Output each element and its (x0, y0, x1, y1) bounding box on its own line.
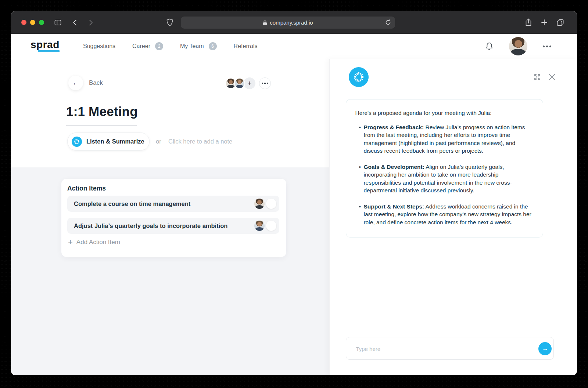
minimize-window-button[interactable] (30, 20, 35, 25)
participant-avatar-manager[interactable] (234, 78, 245, 89)
traffic-lights (21, 20, 44, 25)
nav-item-suggestions[interactable]: Suggestions (83, 43, 115, 50)
close-window-button[interactable] (21, 20, 26, 25)
assignee-avatar (254, 221, 265, 231)
action-item-row[interactable]: Adjust Julia’s quarterly goals to incorp… (67, 218, 279, 234)
my-team-count-badge: 6 (209, 42, 217, 50)
action-item-row[interactable]: Complete a course on time management (67, 196, 279, 212)
assistant-intro: Here's a proposed agenda for your meetin… (355, 109, 533, 117)
close-panel-icon[interactable] (547, 72, 557, 82)
back-button[interactable]: ← (68, 76, 83, 90)
ai-swirl-icon (72, 137, 82, 147)
nav-item-career[interactable]: Career 2 (132, 42, 163, 50)
address-bar[interactable]: company.sprad.io (181, 17, 395, 29)
action-item-text: Complete a course on time management (74, 200, 254, 207)
forward-nav-icon[interactable] (86, 18, 95, 27)
url-text: company.sprad.io (270, 19, 313, 26)
career-count-badge: 2 (155, 42, 163, 50)
agenda-item: Goals & Development: Align on Julia’s qu… (359, 163, 533, 195)
chat-input-container: → (346, 337, 554, 360)
user-avatar[interactable] (509, 37, 527, 55)
sidebar-icon[interactable] (54, 18, 62, 27)
add-note-placeholder[interactable]: Click here to add a note (168, 133, 232, 151)
app-logo-text: sprad (31, 39, 60, 50)
assistant-message: Here's a proposed agenda for your meetin… (346, 99, 543, 237)
back-arrow-icon: ← (72, 79, 79, 87)
back-label: Back (89, 76, 103, 90)
meeting-main: ← Back + 1:1 Meeting Listen & Summarize … (11, 59, 329, 375)
agenda-item-lead: Progress & Feedback: (363, 124, 424, 130)
action-item-text: Adjust Julia’s quarterly goals to incorp… (74, 222, 254, 229)
action-items-title: Action Items (67, 185, 106, 192)
app-logo[interactable]: sprad (31, 39, 60, 51)
app-navbar: sprad Suggestions Career 2 My Team 6 Ref… (11, 34, 577, 59)
action-items-card: Action Items Complete a course on time m… (61, 179, 286, 257)
agenda-list: Progress & Feedback: Review Julia’s prog… (355, 123, 533, 226)
nav-item-label: Referrals (234, 43, 258, 50)
agenda-item-lead: Support & Next Steps: (363, 203, 424, 210)
agenda-item-lead: Goals & Development: (363, 164, 424, 170)
browser-chrome: company.sprad.io (11, 11, 577, 34)
title-underline (66, 125, 137, 126)
assistant-logo-icon (349, 67, 369, 87)
chat-input[interactable] (355, 337, 529, 360)
meeting-more-button[interactable] (259, 77, 271, 89)
listen-summarize-label: Listen & Summarize (86, 138, 144, 145)
nav-items: Suggestions Career 2 My Team 6 Referrals (83, 34, 257, 59)
or-text: or (156, 133, 161, 151)
zoom-window-button[interactable] (39, 20, 44, 25)
complete-toggle[interactable] (266, 221, 276, 231)
browser-window: company.sprad.io sprad Suggestions (11, 11, 577, 375)
notifications-bell-icon[interactable] (484, 41, 494, 51)
agenda-item: Support & Next Steps: Address workload c… (359, 203, 533, 226)
add-participant-button[interactable]: + (244, 77, 255, 89)
listen-summarize-button[interactable]: Listen & Summarize (67, 133, 150, 151)
nav-item-label: Suggestions (83, 43, 115, 50)
navbar-right (484, 34, 552, 59)
agenda-item: Progress & Feedback: Review Julia’s prog… (359, 123, 533, 155)
navbar-more-icon[interactable] (542, 46, 552, 47)
chrome-actions (524, 18, 564, 27)
nav-item-label: My Team (180, 43, 204, 50)
lock-icon (263, 20, 267, 25)
refresh-icon[interactable] (385, 19, 391, 27)
share-icon[interactable] (524, 18, 533, 27)
nav-item-label: Career (132, 43, 150, 50)
complete-toggle[interactable] (266, 199, 276, 209)
tab-overview-icon[interactable] (556, 18, 564, 27)
logo-underline (38, 50, 59, 52)
add-action-item-button[interactable]: + Add Action Item (68, 238, 120, 246)
privacy-shield-icon[interactable] (166, 18, 174, 27)
plus-icon: + (68, 238, 73, 246)
send-button[interactable]: → (538, 342, 552, 355)
nav-item-referrals[interactable]: Referrals (234, 43, 258, 50)
back-nav-icon[interactable] (71, 18, 79, 27)
page-content: ← Back + 1:1 Meeting Listen & Summarize … (11, 59, 577, 375)
expand-panel-icon[interactable] (533, 72, 542, 82)
plus-icon: + (247, 79, 251, 87)
new-tab-icon[interactable] (541, 19, 548, 26)
page-title: 1:1 Meeting (66, 104, 138, 119)
assistant-panel: Here's a proposed agenda for your meetin… (329, 59, 577, 375)
add-action-item-label: Add Action Item (76, 239, 120, 246)
nav-item-my-team[interactable]: My Team 6 (180, 42, 217, 50)
participants: + (225, 77, 271, 90)
assignee-avatar (254, 199, 265, 209)
send-arrow-icon: → (542, 345, 548, 352)
